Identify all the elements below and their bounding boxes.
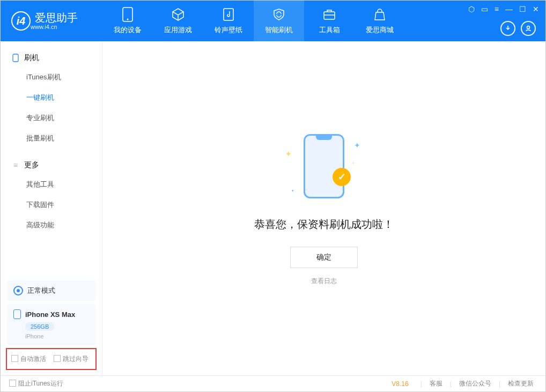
- sidebar: 刷机 iTunes刷机 一键刷机 专业刷机 批量刷机 ≡ 更多 其他工具 下载固…: [1, 41, 102, 375]
- tab-store[interactable]: 爱思商城: [355, 1, 405, 41]
- sidebar-item-download-firmware[interactable]: 下载固件: [1, 195, 102, 215]
- music-icon: [221, 7, 236, 22]
- success-illustration: ✦ ✦ • • ✓: [276, 131, 372, 201]
- titlebar-controls: ⬡ ▭ ≡ ― ☐ ✕: [468, 5, 539, 13]
- sidebar-item-batch-flash[interactable]: 批量刷机: [1, 128, 102, 149]
- svg-point-4: [527, 26, 530, 29]
- statusbar: 阻止iTunes运行 V8.16 | 客服 | 微信公众号 | 检查更新: [1, 375, 545, 391]
- view-log-link[interactable]: 查看日志: [311, 277, 337, 286]
- svg-rect-5: [13, 54, 18, 62]
- checkmark-badge-icon: ✓: [333, 168, 351, 186]
- app-logo-icon: i4: [11, 11, 31, 31]
- close-icon[interactable]: ✕: [533, 5, 539, 13]
- success-message: 恭喜您，保资料刷机成功啦！: [254, 217, 394, 232]
- version-label: V8.16: [392, 380, 408, 388]
- ok-button[interactable]: 确定: [290, 247, 358, 268]
- sidebar-item-itunes-flash[interactable]: iTunes刷机: [1, 67, 102, 87]
- sidebar-item-other-tools[interactable]: 其他工具: [1, 174, 102, 195]
- sidebar-item-advanced[interactable]: 高级功能: [1, 215, 102, 235]
- tab-ringtones[interactable]: 铃声壁纸: [203, 1, 254, 41]
- sidebar-section-flash[interactable]: 刷机: [1, 49, 102, 67]
- header-actions: [500, 21, 536, 36]
- phone-icon: [11, 54, 20, 62]
- tab-toolbox[interactable]: 工具箱: [304, 1, 355, 41]
- cube-icon: [171, 7, 186, 22]
- options-highlight: 自动激活 跳过向导: [6, 348, 97, 370]
- tab-apps[interactable]: 应用游戏: [153, 1, 203, 41]
- device-card[interactable]: iPhone XS Max 256GB iPhone: [7, 304, 95, 345]
- download-icon[interactable]: [500, 21, 515, 36]
- sparkle-icon: •: [292, 188, 294, 194]
- note-icon[interactable]: ▭: [481, 5, 488, 13]
- sparkle-icon: ✦: [354, 141, 360, 150]
- checkbox-block-itunes[interactable]: 阻止iTunes运行: [9, 379, 63, 388]
- sidebar-section-more[interactable]: ≡ 更多: [1, 156, 102, 174]
- mode-label: 正常模式: [27, 286, 55, 295]
- device-capacity: 256GB: [25, 322, 54, 331]
- mode-icon: [13, 286, 23, 295]
- main-content: ✦ ✦ • • ✓ 恭喜您，保资料刷机成功啦！ 确定 查看日志: [102, 41, 545, 375]
- shirt-icon[interactable]: ⬡: [468, 5, 475, 13]
- logo[interactable]: i4 爱思助手 www.i4.cn: [1, 11, 102, 31]
- check-update-link[interactable]: 检查更新: [505, 379, 537, 388]
- app-url: www.i4.cn: [31, 24, 78, 30]
- svg-rect-3: [324, 12, 335, 19]
- sparkle-icon: •: [352, 160, 354, 165]
- app-name: 爱思助手: [35, 12, 78, 24]
- menu-icon[interactable]: ≡: [495, 5, 499, 13]
- sidebar-item-pro-flash[interactable]: 专业刷机: [1, 108, 102, 128]
- svg-point-1: [127, 19, 129, 20]
- user-icon[interactable]: [521, 21, 536, 36]
- maximize-icon[interactable]: ☐: [519, 5, 526, 13]
- list-icon: ≡: [11, 161, 20, 169]
- refresh-shield-icon: [271, 7, 286, 22]
- phone-outline-icon: [304, 134, 344, 198]
- sparkle-icon: ✦: [285, 150, 292, 158]
- header: i4 爱思助手 www.i4.cn 我的设备 应用游戏 铃声壁纸 智能刷机 工具…: [1, 1, 545, 41]
- support-link[interactable]: 客服: [426, 379, 446, 388]
- checkbox-skip-guide[interactable]: 跳过向导: [54, 354, 88, 364]
- device-type: iPhone: [25, 333, 89, 339]
- minimize-icon[interactable]: ―: [505, 5, 513, 13]
- tab-my-device[interactable]: 我的设备: [102, 1, 153, 41]
- sidebar-item-oneclick-flash[interactable]: 一键刷机: [1, 87, 102, 108]
- device-phone-icon: [13, 309, 21, 319]
- device-icon: [120, 7, 135, 22]
- mode-card[interactable]: 正常模式: [7, 280, 95, 301]
- top-tabs: 我的设备 应用游戏 铃声壁纸 智能刷机 工具箱 爱思商城: [102, 1, 405, 41]
- tab-flash[interactable]: 智能刷机: [254, 1, 304, 41]
- device-name: iPhone XS Max: [25, 310, 75, 319]
- toolbox-icon: [322, 7, 337, 22]
- checkbox-auto-activate[interactable]: 自动激活: [11, 354, 46, 364]
- wechat-link[interactable]: 微信公众号: [456, 379, 495, 388]
- bag-icon: [372, 7, 387, 22]
